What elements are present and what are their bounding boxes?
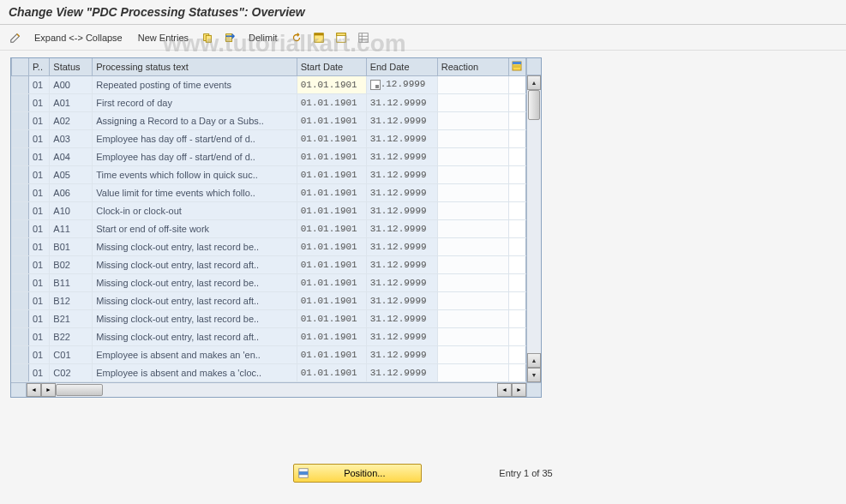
cell-end-date[interactable]: .12.9999 — [366, 75, 437, 93]
cell-start-date[interactable]: 01.01.1901 — [297, 129, 366, 147]
table-row[interactable]: 01B01Missing clock-out entry, last recor… — [12, 237, 526, 255]
table-row[interactable]: 01A04Employee has day off - start/end of… — [12, 147, 526, 165]
column-text[interactable]: Processing status text — [93, 58, 297, 75]
table-row[interactable]: 01A01First record of day01.01.190131.12.… — [12, 93, 526, 111]
table-row[interactable]: 01A11Start or end of off-site work01.01.… — [12, 219, 526, 237]
vertical-scrollbar[interactable]: ▲ ▲ ▼ — [526, 58, 541, 397]
cell-reaction[interactable] — [437, 291, 508, 309]
cell-reaction[interactable] — [437, 255, 508, 273]
cell-end-date[interactable]: 31.12.9999 — [366, 363, 437, 381]
cell-end-date[interactable]: 31.12.9999 — [366, 165, 437, 183]
table-row[interactable]: 01A03Employee has day off - start/end of… — [12, 129, 526, 147]
row-selector[interactable] — [12, 345, 29, 363]
cell-reaction[interactable] — [437, 345, 508, 363]
column-start-date[interactable]: Start Date — [297, 58, 366, 75]
cell-end-date[interactable]: 31.12.9999 — [366, 273, 437, 291]
cell-start-date[interactable]: 01.01.1901 — [297, 327, 366, 345]
cell-start-date[interactable]: 01.01.1901 — [297, 291, 366, 309]
cell-end-date[interactable]: 31.12.9999 — [366, 129, 437, 147]
row-selector[interactable] — [12, 147, 29, 165]
table-row[interactable]: 01B21Missing clock-out entry, last recor… — [12, 309, 526, 327]
table-row[interactable]: 01A00Repeated posting of time events01.0… — [12, 75, 526, 93]
cell-start-date[interactable]: 01.01.1901 — [297, 363, 366, 381]
cell-reaction[interactable] — [437, 183, 508, 201]
column-end-date[interactable]: End Date — [366, 58, 437, 75]
cell-reaction[interactable] — [437, 363, 508, 381]
cell-reaction[interactable] — [437, 165, 508, 183]
cell-end-date[interactable]: 31.12.9999 — [366, 93, 437, 111]
row-selector[interactable] — [12, 183, 29, 201]
table-row[interactable]: 01B02Missing clock-out entry, last recor… — [12, 255, 526, 273]
cell-end-date[interactable]: 31.12.9999 — [366, 327, 437, 345]
row-selector[interactable] — [12, 219, 29, 237]
vscroll-down2-icon[interactable]: ▼ — [527, 368, 541, 382]
f4-help-icon[interactable] — [370, 80, 381, 90]
cell-start-date[interactable]: 01.01.1901 — [297, 75, 366, 93]
row-selector[interactable] — [12, 165, 29, 183]
cell-start-date[interactable]: 01.01.1901 — [297, 345, 366, 363]
row-selector[interactable] — [12, 327, 29, 345]
new-entries-button[interactable]: New Entries — [135, 31, 192, 45]
select-all-icon[interactable] — [312, 31, 326, 45]
copy-icon[interactable] — [201, 31, 214, 45]
cell-end-date[interactable]: 31.12.9999 — [366, 309, 437, 327]
expand-collapse-button[interactable]: Expand <-> Collapse — [31, 31, 126, 45]
cell-start-date[interactable]: 01.01.1901 — [297, 147, 366, 165]
cell-end-date[interactable]: 31.12.9999 — [366, 345, 437, 363]
column-status[interactable]: Status — [50, 58, 93, 75]
cell-start-date[interactable]: 01.01.1901 — [297, 93, 366, 111]
cell-reaction[interactable] — [437, 309, 508, 327]
delimit-button[interactable]: Delimit — [245, 31, 281, 45]
hscroll-thumb[interactable] — [56, 384, 103, 396]
table-row[interactable]: 01A10Clock-in or clock-out01.01.190131.1… — [12, 201, 526, 219]
row-selector[interactable] — [12, 93, 29, 111]
cell-start-date[interactable]: 01.01.1901 — [297, 237, 366, 255]
cell-reaction[interactable] — [437, 93, 508, 111]
vscroll-track[interactable] — [527, 90, 541, 353]
cell-start-date[interactable]: 01.01.1901 — [297, 201, 366, 219]
cell-start-date[interactable]: 01.01.1901 — [297, 165, 366, 183]
table-row[interactable]: 01A02Assigning a Record to a Day or a Su… — [12, 111, 526, 129]
hscroll-left2-icon[interactable]: ◄ — [497, 383, 512, 397]
cell-start-date[interactable]: 01.01.1901 — [297, 219, 366, 237]
row-selector[interactable] — [12, 309, 29, 327]
vscroll-thumb[interactable] — [528, 90, 540, 120]
cell-end-date[interactable]: 31.12.9999 — [366, 291, 437, 309]
cell-end-date[interactable]: 31.12.9999 — [366, 111, 437, 129]
cell-reaction[interactable] — [437, 201, 508, 219]
cell-reaction[interactable] — [437, 273, 508, 291]
hscroll-right2-icon[interactable]: ► — [512, 383, 526, 397]
row-selector[interactable] — [12, 75, 29, 93]
change-icon[interactable] — [9, 31, 22, 45]
table-config-icon[interactable] — [508, 58, 525, 75]
cell-end-date[interactable]: 31.12.9999 — [366, 219, 437, 237]
row-selector[interactable] — [12, 255, 29, 273]
cell-end-date[interactable]: 31.12.9999 — [366, 147, 437, 165]
cell-reaction[interactable] — [437, 327, 508, 345]
undo-icon[interactable] — [290, 31, 303, 45]
hscroll-left-icon[interactable]: ◄ — [27, 383, 41, 397]
cell-reaction[interactable] — [437, 111, 508, 129]
position-button[interactable]: Position... — [293, 464, 422, 483]
vscroll-up-icon[interactable]: ▲ — [527, 75, 541, 90]
table-row[interactable]: 01C02Employee is absent and makes a 'clo… — [12, 363, 526, 381]
row-selector[interactable] — [12, 201, 29, 219]
row-selector[interactable] — [12, 237, 29, 255]
cell-start-date[interactable]: 01.01.1901 — [297, 183, 366, 201]
row-selector[interactable] — [12, 273, 29, 291]
cell-reaction[interactable] — [437, 129, 508, 147]
row-selector[interactable] — [12, 111, 29, 129]
hscroll-right-icon[interactable]: ► — [41, 383, 56, 397]
cell-reaction[interactable] — [437, 147, 508, 165]
table-row[interactable]: 01B11Missing clock-out entry, last recor… — [12, 273, 526, 291]
deselect-all-icon[interactable] — [334, 31, 348, 45]
cell-start-date[interactable]: 01.01.1901 — [297, 255, 366, 273]
cell-end-date[interactable]: 31.12.9999 — [366, 255, 437, 273]
cell-reaction[interactable] — [437, 219, 508, 237]
cell-reaction[interactable] — [437, 75, 508, 93]
cell-start-date[interactable]: 01.01.1901 — [297, 309, 366, 327]
cell-start-date[interactable]: 01.01.1901 — [297, 273, 366, 291]
table-row[interactable]: 01A05Time events which follow in quick s… — [12, 165, 526, 183]
vscroll-down-icon[interactable]: ▲ — [527, 353, 541, 368]
cell-reaction[interactable] — [437, 237, 508, 255]
